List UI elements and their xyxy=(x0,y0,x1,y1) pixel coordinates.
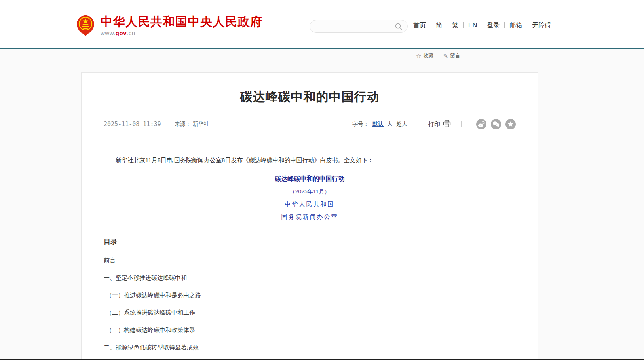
lead-paragraph: 新华社北京11月8日电 国务院新闻办公室8日发布《碳达峰碳中和的中国行动》白皮书… xyxy=(104,156,516,165)
star-icon: ☆ xyxy=(416,53,421,59)
doc-issuer-line1: 中华人民共和国 xyxy=(104,201,516,208)
share-wechat-button[interactable] xyxy=(491,119,501,129)
site-url-suffix: .cn xyxy=(127,30,135,36)
nav-home[interactable]: 首页 xyxy=(413,22,431,28)
bottom-gap xyxy=(0,360,644,362)
toc-item: （三）构建碳达峰碳中和政策体系 xyxy=(104,326,516,334)
article-meta-row: 2025-11-08 11:39 来源： 新华社 字号： 默认 大 超大 打印 xyxy=(104,119,516,129)
nav-english[interactable]: EN xyxy=(464,22,482,28)
site-identity: 中华人民共和国中央人民政府 www.gov.cn xyxy=(101,15,263,36)
toc-item: 前言 xyxy=(104,257,516,264)
site-header: 中华人民共和国中央人民政府 www.gov.cn 首页 简 繁 EN 登录 邮箱… xyxy=(0,0,644,49)
share-favorite-star-button[interactable] xyxy=(505,119,516,129)
comment-link[interactable]: ✎ 留言 xyxy=(443,52,460,59)
printer-icon xyxy=(443,120,451,129)
article-tools: 字号： 默认 大 超大 打印 xyxy=(352,119,516,129)
toc-heading: 目录 xyxy=(104,237,516,246)
tools-divider xyxy=(461,121,462,127)
nav-login[interactable]: 登录 xyxy=(482,22,505,28)
favorite-label: 收藏 xyxy=(423,52,433,59)
doc-date: （2025年11月） xyxy=(104,188,516,195)
font-size-xlarge-button[interactable]: 超大 xyxy=(396,121,407,128)
doc-title: 碳达峰碳中和的中国行动 xyxy=(104,175,516,183)
site-url: www.gov.cn xyxy=(101,30,263,36)
search-icon[interactable] xyxy=(395,23,403,30)
font-size-default-button[interactable]: 默认 xyxy=(372,121,384,128)
search-box xyxy=(310,20,408,33)
toc-item: 二、能源绿色低碳转型取得显著成效 xyxy=(104,344,516,351)
site-url-gov: gov xyxy=(116,30,127,36)
toc-item: （一）推进碳达峰碳中和是必由之路 xyxy=(104,292,516,299)
favorite-link[interactable]: ☆ 收藏 xyxy=(416,52,433,59)
article-source: 来源： 新华社 xyxy=(175,121,209,128)
page: 中华人民共和国中央人民政府 www.gov.cn 首页 简 繁 EN 登录 邮箱… xyxy=(0,0,644,362)
doc-issuer-line2: 国务院新闻办公室 xyxy=(104,213,516,221)
print-button[interactable]: 打印 xyxy=(428,120,451,129)
site-logo[interactable]: 中华人民共和国中央人民政府 www.gov.cn xyxy=(76,15,263,36)
site-title: 中华人民共和国中央人民政府 xyxy=(101,15,263,28)
font-size-large-button[interactable]: 大 xyxy=(387,121,393,128)
share-weibo-button[interactable] xyxy=(476,119,486,129)
font-size-label: 字号： xyxy=(352,121,369,128)
nav-accessibility[interactable]: 无障碍 xyxy=(527,22,556,28)
toc-item: 一、坚定不移推进碳达峰碳中和 xyxy=(104,274,516,281)
meta-divider xyxy=(104,136,516,136)
top-nav: 首页 简 繁 EN 登录 邮箱 无障碍 xyxy=(413,22,556,28)
search-input[interactable] xyxy=(316,21,391,32)
print-label: 打印 xyxy=(428,121,440,128)
article-actions: ☆ 收藏 ✎ 留言 xyxy=(416,52,460,59)
nav-simplified[interactable]: 简 xyxy=(431,22,447,28)
nav-traditional[interactable]: 繁 xyxy=(447,22,464,28)
national-emblem-icon xyxy=(76,15,95,36)
comment-label: 留言 xyxy=(450,52,460,59)
article-card: 碳达峰碳中和的中国行动 2025-11-08 11:39 来源： 新华社 字号：… xyxy=(81,72,538,362)
article-title: 碳达峰碳中和的中国行动 xyxy=(104,89,516,105)
toc-item: （二）系统推进碳达峰碳中和工作 xyxy=(104,309,516,316)
tools-divider xyxy=(418,121,418,127)
pencil-icon: ✎ xyxy=(443,53,448,59)
site-url-prefix: www. xyxy=(101,30,116,36)
nav-mailbox[interactable]: 邮箱 xyxy=(505,22,527,28)
source-label: 来源： xyxy=(175,121,191,127)
publish-date: 2025-11-08 11:39 xyxy=(104,121,161,128)
source-name: 新华社 xyxy=(192,121,209,127)
